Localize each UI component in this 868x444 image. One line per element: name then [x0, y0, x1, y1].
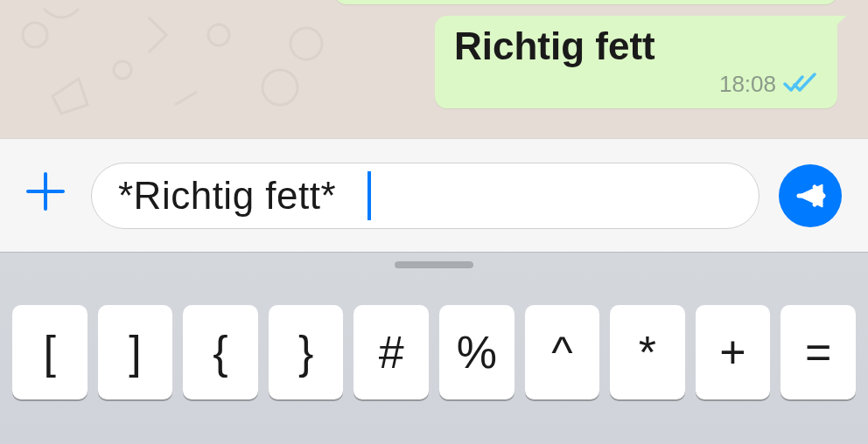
- key-asterisk[interactable]: *: [610, 305, 685, 399]
- text-cursor: [368, 171, 371, 220]
- svg-point-0: [23, 23, 47, 47]
- chat-area[interactable]: Richtig fett 18:08: [0, 0, 868, 138]
- key-percent[interactable]: %: [439, 305, 514, 399]
- outgoing-message-bubble[interactable]: Richtig fett 18:08: [435, 16, 837, 108]
- send-button[interactable]: [779, 164, 842, 227]
- key-hash[interactable]: #: [354, 305, 429, 399]
- keyboard[interactable]: [ ] { } # % ^ * + =: [0, 252, 868, 444]
- message-text: Richtig fett: [454, 24, 818, 69]
- plus-icon: [23, 169, 68, 214]
- key-bracket-left[interactable]: [: [12, 305, 88, 399]
- message-timestamp: 18:08: [719, 71, 776, 98]
- keyboard-handle-icon[interactable]: [395, 261, 473, 268]
- attach-button[interactable]: [19, 169, 72, 223]
- send-icon: [794, 179, 827, 212]
- message-input[interactable]: *Richtig fett*: [91, 163, 760, 229]
- keyboard-row: [ ] { } # % ^ * + =: [0, 253, 868, 399]
- svg-point-1: [114, 61, 131, 79]
- svg-point-2: [208, 24, 229, 45]
- key-caret[interactable]: ^: [525, 305, 600, 399]
- key-brace-right[interactable]: }: [269, 305, 344, 399]
- message-meta: 18:08: [454, 71, 818, 98]
- read-receipt-icon: [783, 73, 818, 95]
- key-plus[interactable]: +: [696, 305, 771, 399]
- svg-point-3: [290, 28, 322, 59]
- key-brace-left[interactable]: {: [183, 305, 258, 399]
- key-equals[interactable]: =: [780, 305, 856, 399]
- key-bracket-right[interactable]: ]: [98, 305, 173, 399]
- input-value: *Richtig fett*: [118, 174, 336, 218]
- message-input-bar: *Richtig fett*: [0, 138, 868, 252]
- previous-message-bubble: [334, 0, 837, 4]
